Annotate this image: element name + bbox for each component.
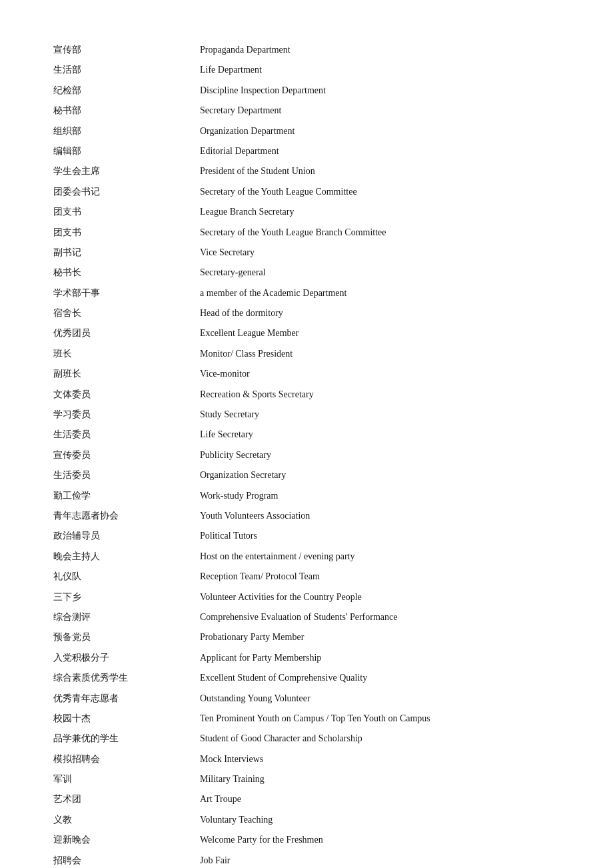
table-row: 组织部Organization Department (53, 121, 560, 141)
table-row: 秘书部Secretary Department (53, 101, 560, 121)
table-row: 优秀青年志愿者Outstanding Young Volunteer (53, 689, 560, 709)
chinese-term: 综合素质优秀学生 (53, 668, 200, 688)
table-row: 宣传委员Publicity Secretary (53, 445, 560, 465)
table-row: 军训 Military Training (53, 769, 560, 789)
english-translation: Mock Interviews (200, 749, 560, 769)
table-row: 校园十杰Ten Prominent Youth on Campus / Top … (53, 709, 560, 729)
table-row: 学生会主席President of the Student Union (53, 161, 560, 181)
chinese-term: 编辑部 (53, 141, 200, 161)
chinese-term: 团支书 (53, 202, 200, 222)
chinese-term: 团支书 (53, 223, 200, 243)
table-row: 入党积极分子 Applicant for Party Membership (53, 648, 560, 668)
table-row: 勤工俭学Work-study Program (53, 486, 560, 506)
english-translation: Propaganda Department (200, 40, 560, 60)
chinese-term: 副书记 (53, 243, 200, 263)
chinese-term: 校园十杰 (53, 709, 200, 729)
english-translation: Monitor/ Class President (200, 344, 560, 364)
table-row: 三下乡Volunteer Activities for the Country … (53, 587, 560, 607)
english-translation: Military Training (200, 769, 560, 789)
table-row: 秘书长Secretary-general (53, 263, 560, 283)
table-row: 团委会书记Secretary of the Youth League Commi… (53, 182, 560, 202)
english-translation: Secretary Department (200, 101, 560, 121)
chinese-term: 招聘会 (53, 851, 200, 868)
table-row: 礼仪队 Reception Team/ Protocol Team (53, 567, 560, 587)
table-row: 生活委员Organization Secretary (53, 465, 560, 485)
english-translation: Vice-monitor (200, 364, 560, 384)
english-translation: Outstanding Young Volunteer (200, 689, 560, 709)
table-row: 宿舍长Head of the dormitory (53, 303, 560, 323)
english-translation: Organization Secretary (200, 465, 560, 485)
english-translation: Head of the dormitory (200, 303, 560, 323)
chinese-term: 秘书部 (53, 101, 200, 121)
english-translation: President of the Student Union (200, 161, 560, 181)
translation-table: 宣传部Propaganda Department生活部Life Departme… (53, 40, 560, 868)
chinese-term: 优秀青年志愿者 (53, 689, 200, 709)
english-translation: Host on the entertainment / evening part… (200, 547, 560, 567)
table-row: 文体委员Recreation & Sports Secretary (53, 385, 560, 405)
english-translation: Youth Volunteers Association (200, 506, 560, 526)
chinese-term: 晚会主持人 (53, 547, 200, 567)
chinese-term: 品学兼优的学生 (53, 729, 200, 749)
chinese-term: 青年志愿者协会 (53, 506, 200, 526)
chinese-term: 纪检部 (53, 81, 200, 101)
english-translation: Organization Department (200, 121, 560, 141)
table-row: 综合测评Comprehensive Evaluation of Students… (53, 607, 560, 627)
chinese-term: 综合测评 (53, 607, 200, 627)
english-translation: a member of the Academic Department (200, 283, 560, 303)
chinese-term: 宿舍长 (53, 303, 200, 323)
english-translation: Discipline Inspection Department (200, 81, 560, 101)
english-translation: Life Department (200, 60, 560, 80)
table-row: 晚会主持人Host on the entertainment / evening… (53, 547, 560, 567)
chinese-term: 政治辅导员 (53, 526, 200, 546)
english-translation: Secretary of the Youth League Branch Com… (200, 223, 560, 243)
chinese-term: 生活部 (53, 60, 200, 80)
english-translation: Vice Secretary (200, 243, 560, 263)
chinese-term: 礼仪队 (53, 567, 200, 587)
english-translation: Student of Good Character and Scholarshi… (200, 729, 560, 749)
chinese-term: 入党积极分子 (53, 648, 200, 668)
chinese-term: 模拟招聘会 (53, 749, 200, 769)
english-translation: Excellent League Member (200, 323, 560, 343)
chinese-term: 班长 (53, 344, 200, 364)
chinese-term: 义教 (53, 810, 200, 830)
chinese-term: 三下乡 (53, 587, 200, 607)
chinese-term: 迎新晚会 (53, 830, 200, 850)
chinese-term: 军训 (53, 769, 200, 789)
english-translation: League Branch Secretary (200, 202, 560, 222)
table-row: 生活部Life Department (53, 60, 560, 80)
table-row: 纪检部Discipline Inspection Department (53, 81, 560, 101)
table-row: 班长Monitor/ Class President (53, 344, 560, 364)
table-row: 副书记Vice Secretary (53, 243, 560, 263)
english-translation: Study Secretary (200, 405, 560, 425)
english-translation: Probationary Party Member (200, 627, 560, 647)
table-row: 义教Voluntary Teaching (53, 810, 560, 830)
table-row: 副班长Vice-monitor (53, 364, 560, 384)
chinese-term: 生活委员 (53, 465, 200, 485)
chinese-term: 团委会书记 (53, 182, 200, 202)
table-row: 青年志愿者协会Youth Volunteers Association (53, 506, 560, 526)
chinese-term: 副班长 (53, 364, 200, 384)
table-row: 艺术团Art Troupe (53, 789, 560, 809)
english-translation: Editorial Department (200, 141, 560, 161)
table-row: 政治辅导员Political Tutors (53, 526, 560, 546)
english-translation: Voluntary Teaching (200, 810, 560, 830)
english-translation: Reception Team/ Protocol Team (200, 567, 560, 587)
table-row: 优秀团员Excellent League Member (53, 323, 560, 343)
table-row: 模拟招聘会Mock Interviews (53, 749, 560, 769)
table-row: 综合素质优秀学生 Excellent Student of Comprehens… (53, 668, 560, 688)
table-row: 学习委员Study Secretary (53, 405, 560, 425)
table-row: 团支书League Branch Secretary (53, 202, 560, 222)
english-translation: Publicity Secretary (200, 445, 560, 465)
chinese-term: 宣传部 (53, 40, 200, 60)
chinese-term: 文体委员 (53, 385, 200, 405)
chinese-term: 勤工俭学 (53, 486, 200, 506)
english-translation: Political Tutors (200, 526, 560, 546)
english-translation: Comprehensive Evaluation of Students' Pe… (200, 607, 560, 627)
chinese-term: 学习委员 (53, 405, 200, 425)
chinese-term: 预备党员 (53, 627, 200, 647)
english-translation: Ten Prominent Youth on Campus / Top Ten … (200, 709, 560, 729)
table-row: 学术部干事a member of the Academic Department (53, 283, 560, 303)
table-row: 编辑部Editorial Department (53, 141, 560, 161)
chinese-term: 宣传委员 (53, 445, 200, 465)
english-translation: Applicant for Party Membership (200, 648, 560, 668)
